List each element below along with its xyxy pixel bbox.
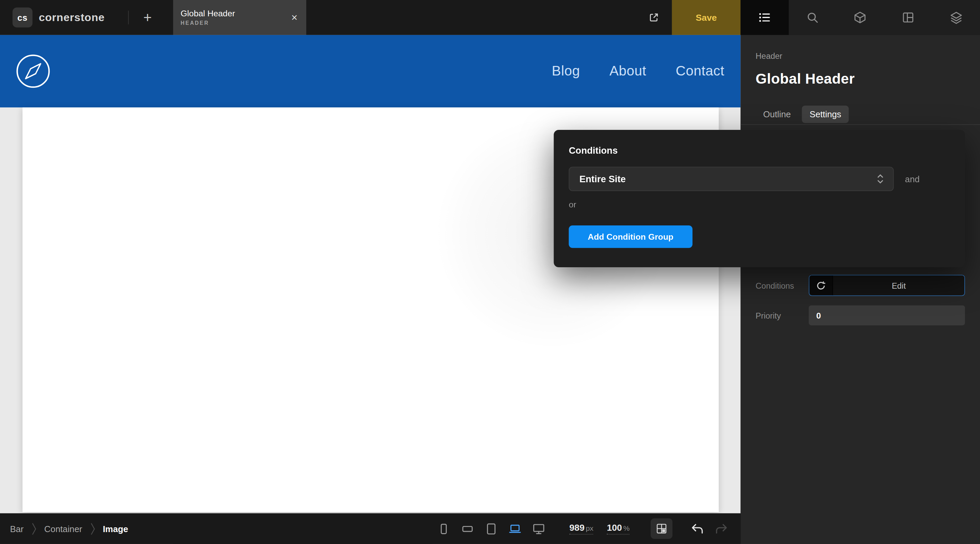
zoom-number: 100 — [607, 523, 622, 533]
panel-tab-layout[interactable] — [885, 0, 932, 35]
brand-wordmark: cornerstone — [39, 0, 105, 35]
top-bar: cs cornerstone + Global Header HEADER × … — [0, 0, 741, 35]
cube-icon — [853, 11, 867, 24]
panel-title: Global Header — [756, 71, 980, 88]
grid-icon — [656, 523, 667, 534]
undo-button[interactable] — [687, 520, 708, 538]
width-number: 989 — [569, 523, 584, 533]
viewport-width-value[interactable]: 989 px — [569, 523, 593, 534]
save-button[interactable]: Save — [672, 0, 740, 35]
and-label: and — [905, 174, 920, 184]
logo-text: cs — [18, 13, 27, 22]
document-tab-subtitle: HEADER — [181, 20, 290, 26]
chevron-up-down-icon — [876, 174, 885, 184]
chevron-right-icon — [90, 522, 95, 536]
tab-settings[interactable]: Settings — [802, 105, 849, 123]
breadcrumb-item-image[interactable]: Image — [103, 523, 128, 533]
document-tab-title: Global Header — [181, 9, 290, 18]
popover-title: Conditions — [569, 145, 950, 155]
topbar-divider — [128, 11, 129, 24]
zoom-value[interactable]: 100 % — [607, 523, 630, 534]
compass-icon — [16, 54, 51, 89]
priority-field-row: Priority — [756, 305, 965, 325]
redo-button[interactable] — [711, 520, 731, 538]
conditions-control: Edit — [809, 275, 965, 296]
breadcrumb-item-container[interactable]: Container — [44, 523, 82, 533]
external-link-icon — [648, 11, 660, 24]
cornerstone-builder: cs cornerstone + Global Header HEADER × … — [0, 0, 980, 544]
document-tab-text: Global Header HEADER — [181, 9, 290, 26]
cornerstone-logo[interactable]: cs — [13, 8, 33, 27]
viewport-width-control: 989 px — [569, 514, 593, 544]
conditions-popover: Conditions Entire Site and or Add Condit… — [554, 130, 965, 267]
device-phone-portrait-button[interactable] — [437, 522, 450, 536]
panel-tab-layers[interactable] — [932, 0, 980, 35]
panel-icon-bar — [741, 0, 980, 35]
layout-icon — [901, 11, 915, 24]
add-condition-group-button[interactable]: Add Condition Group — [569, 225, 692, 248]
condition-select-value: Entire Site — [579, 174, 876, 184]
panel-tab-elements[interactable] — [837, 0, 885, 35]
phone-landscape-icon — [461, 522, 474, 536]
bottom-bar: Bar Container Image — [0, 514, 741, 544]
device-switcher — [437, 514, 546, 544]
priority-input[interactable] — [809, 305, 965, 325]
conditions-label: Conditions — [756, 281, 809, 290]
settings-panel: Header Global Header Outline Settings Co… — [741, 35, 980, 544]
breadcrumb-item-bar[interactable]: Bar — [10, 523, 24, 533]
desktop-icon — [532, 522, 546, 536]
zoom-unit: % — [624, 525, 630, 532]
layers-icon — [949, 11, 963, 24]
close-tab-button[interactable]: × — [290, 11, 299, 24]
condition-row: Entire Site and — [569, 167, 950, 191]
site-header-element[interactable]: Blog About Contact — [0, 35, 741, 108]
site-logo[interactable] — [16, 54, 51, 89]
panel-tab-search[interactable] — [788, 0, 837, 35]
priority-label: Priority — [756, 311, 809, 320]
nav-link-about[interactable]: About — [609, 63, 646, 79]
device-desktop-button[interactable] — [532, 522, 546, 536]
canvas-preview: Blog About Contact — [0, 35, 741, 514]
nav-link-contact[interactable]: Contact — [676, 63, 724, 79]
conditions-edit-button[interactable]: Edit — [833, 275, 964, 295]
laptop-icon — [508, 522, 522, 536]
redo-icon — [714, 522, 729, 535]
refresh-icon — [816, 280, 826, 291]
conditions-field-row: Conditions Edit — [756, 275, 965, 296]
panel-tab-outline-list[interactable] — [741, 0, 789, 35]
width-unit: px — [585, 525, 593, 532]
document-type-label: Header — [756, 51, 980, 61]
panel-tabs: Outline Settings — [741, 105, 980, 125]
chevron-right-icon — [32, 522, 36, 536]
search-icon — [805, 11, 819, 24]
device-phone-landscape-button[interactable] — [461, 522, 474, 536]
document-tab[interactable]: Global Header HEADER × — [173, 0, 306, 35]
or-label: or — [569, 200, 950, 209]
tablet-icon — [484, 522, 498, 536]
breadcrumb: Bar Container Image — [10, 514, 128, 544]
new-document-button[interactable]: + — [137, 0, 158, 35]
open-preview-button[interactable] — [644, 9, 664, 26]
conditions-reset-button[interactable] — [810, 275, 833, 295]
device-tablet-button[interactable] — [484, 522, 498, 536]
preview-toggle-button[interactable] — [651, 518, 672, 539]
zoom-control: 100 % — [607, 514, 630, 544]
condition-select[interactable]: Entire Site — [569, 167, 894, 191]
device-laptop-button[interactable] — [508, 522, 522, 536]
nav-link-blog[interactable]: Blog — [552, 63, 580, 79]
tab-outline[interactable]: Outline — [756, 105, 799, 123]
undo-icon — [690, 522, 705, 535]
site-nav: Blog About Contact — [552, 63, 724, 79]
phone-portrait-icon — [437, 522, 450, 536]
list-icon — [758, 11, 772, 24]
